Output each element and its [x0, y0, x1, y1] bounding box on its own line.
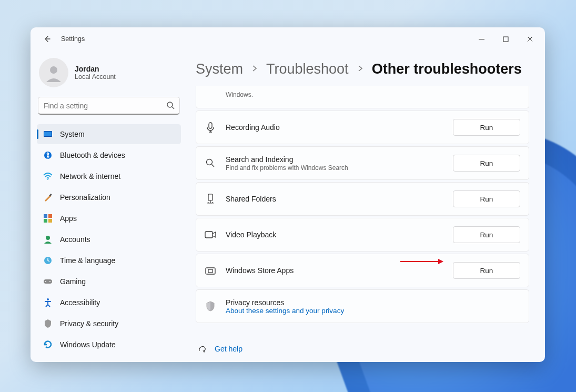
profile-sub: Local Account	[75, 73, 116, 81]
svg-point-3	[167, 102, 173, 107]
svg-rect-11	[48, 214, 52, 218]
svg-point-18	[49, 281, 50, 282]
svg-point-2	[50, 66, 57, 74]
clock-icon	[43, 256, 53, 265]
share-icon	[205, 194, 216, 204]
sidebar-item-personalization[interactable]: Personalization	[37, 187, 181, 207]
sidebar-item-gaming[interactable]: Gaming	[37, 272, 181, 292]
troubleshooter-card-search-and-indexing: Search and Indexing Find and fix problem…	[196, 146, 529, 180]
run-button[interactable]: Run	[453, 262, 520, 279]
apps-icon	[43, 214, 53, 223]
brush-icon	[43, 193, 53, 202]
minimize-icon	[479, 36, 484, 42]
run-button[interactable]: Run	[453, 119, 520, 136]
back-button[interactable]	[38, 29, 57, 48]
card-title: Shared Folders	[226, 195, 443, 203]
troubleshooter-card-partial: Windows.	[196, 86, 529, 108]
shield-icon	[43, 319, 53, 328]
breadcrumb: SystemTroubleshootOther troubleshooters	[196, 51, 532, 86]
svg-rect-26	[208, 269, 213, 273]
sidebar-item-accounts[interactable]: Accounts	[37, 229, 181, 249]
card-title: Windows Store Apps	[226, 266, 443, 275]
sidebar-item-network-internet[interactable]: Network & internet	[37, 166, 181, 186]
troubleshooter-card-shared-folders: Shared Folders Run	[196, 182, 529, 216]
sidebar-item-system[interactable]: System	[37, 124, 181, 144]
card-title: Privacy resources	[226, 298, 520, 307]
svg-line-22	[212, 165, 215, 167]
window-controls	[469, 31, 542, 47]
sidebar-item-privacy-security[interactable]: Privacy & security	[37, 314, 181, 334]
card-title: Recording Audio	[226, 123, 443, 132]
help-row: Get help	[196, 336, 532, 362]
run-button[interactable]: Run	[453, 190, 520, 207]
annotation-arrow-icon	[399, 258, 443, 265]
sidebar-item-apps[interactable]: Apps	[37, 208, 181, 228]
maximize-icon	[503, 36, 509, 42]
app-title: Settings	[61, 35, 85, 43]
nav-label: Personalization	[60, 193, 110, 202]
main-content: SystemTroubleshootOther troubleshooters …	[187, 51, 545, 362]
privacy-link[interactable]: About these settings and your privacy	[226, 307, 520, 315]
close-button[interactable]	[518, 31, 542, 47]
nav-label: Windows Update	[60, 340, 116, 349]
run-button[interactable]: Run	[453, 226, 520, 243]
nav-label: Apps	[60, 214, 77, 223]
settings-window: Settings Jordan Local Account	[31, 27, 545, 362]
svg-rect-1	[503, 37, 508, 42]
profile-block[interactable]: Jordan Local Account	[37, 51, 181, 97]
breadcrumb-troubleshoot[interactable]: Troubleshoot	[266, 61, 349, 77]
nav-label: Accounts	[60, 235, 90, 244]
access-icon	[43, 298, 53, 307]
back-arrow-icon	[43, 35, 52, 43]
troubleshooter-card-video-playback: Video Playback Run	[196, 218, 529, 252]
nav-list: SystemBluetooth & devicesNetwork & inter…	[37, 124, 181, 355]
nav-label: System	[60, 130, 85, 138]
sidebar-item-time-language[interactable]: Time & language	[37, 250, 181, 270]
bluetooth-icon	[43, 150, 53, 160]
svg-point-8	[47, 179, 48, 180]
avatar	[39, 58, 68, 87]
wifi-icon	[43, 172, 53, 181]
search-icon	[205, 158, 216, 168]
sidebar-item-windows-update[interactable]: Windows Update	[37, 335, 181, 355]
svg-rect-6	[44, 132, 52, 136]
mic-icon	[205, 122, 216, 133]
get-help-link[interactable]: Get help	[215, 345, 242, 353]
help-icon	[198, 343, 207, 355]
nav-label: Time & language	[60, 256, 115, 265]
sidebar-item-bluetooth-devices[interactable]: Bluetooth & devices	[37, 145, 181, 165]
svg-point-14	[46, 236, 50, 240]
minimize-button[interactable]	[469, 31, 493, 47]
profile-name: Jordan	[75, 65, 116, 73]
chevron-right-icon	[357, 65, 363, 74]
svg-rect-16	[44, 279, 52, 284]
titlebar: Settings	[31, 27, 545, 51]
gamepad-icon	[43, 277, 53, 286]
store-icon	[205, 266, 216, 275]
card-sub: Find and fix problems with Windows Searc…	[226, 164, 443, 172]
chevron-right-icon	[251, 65, 258, 74]
troubleshooter-list: Windows. Recording Audio Run Search and …	[196, 86, 532, 336]
breadcrumb-system[interactable]: System	[196, 61, 243, 77]
svg-line-4	[172, 107, 174, 109]
card-title: Video Playback	[226, 230, 443, 239]
update-icon	[43, 340, 53, 349]
svg-rect-12	[44, 219, 47, 223]
svg-rect-20	[209, 123, 212, 128]
maximize-button[interactable]	[493, 31, 518, 47]
run-button[interactable]: Run	[453, 155, 520, 172]
search-input[interactable]	[38, 97, 180, 115]
card-sub: Windows.	[226, 91, 443, 98]
svg-rect-13	[48, 219, 52, 223]
person-icon	[43, 235, 53, 244]
nav-label: Accessibility	[60, 298, 100, 307]
nav-label: Gaming	[60, 277, 86, 286]
shield-icon	[205, 301, 216, 311]
svg-point-19	[47, 298, 49, 300]
privacy-resources-card[interactable]: Privacy resources About these settings a…	[196, 289, 529, 323]
card-title: Search and Indexing	[226, 155, 443, 164]
svg-point-17	[45, 281, 46, 282]
system-icon	[43, 129, 53, 139]
sidebar-item-accessibility[interactable]: Accessibility	[37, 293, 181, 313]
troubleshooter-card-recording-audio: Recording Audio Run	[196, 110, 529, 144]
